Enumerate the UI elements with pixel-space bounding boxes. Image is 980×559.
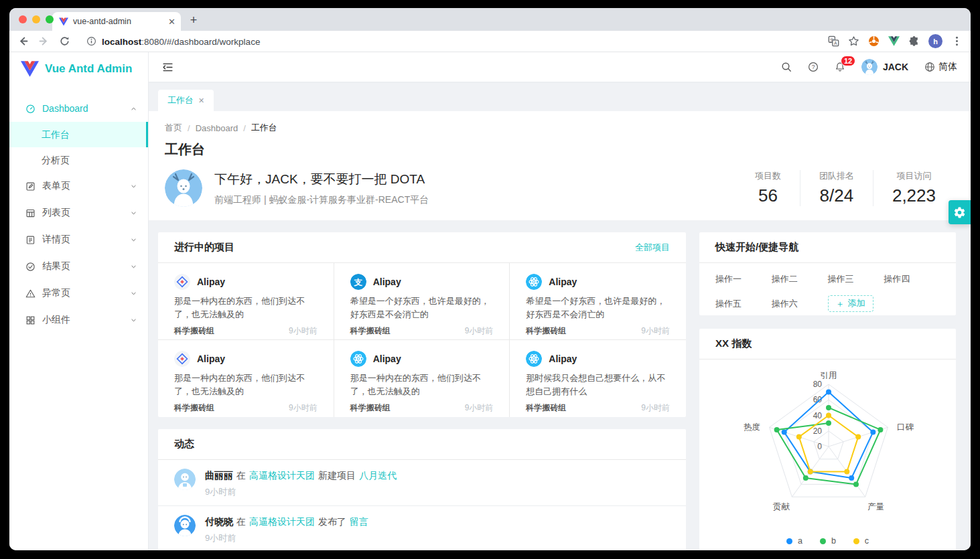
- activity-item-1: 付晓晓在高逼格设计天团发布了留言 9小时前: [158, 506, 686, 550]
- bookmark-star-icon[interactable]: [848, 35, 859, 47]
- quick-op-3[interactable]: 操作三: [828, 273, 884, 285]
- site-info-icon[interactable]: [86, 36, 96, 46]
- sidebar-item-detail[interactable]: 详情页: [9, 226, 148, 253]
- project-title[interactable]: Alipay: [197, 276, 225, 287]
- reload-button[interactable]: [59, 35, 70, 47]
- svg-text:0: 0: [817, 442, 822, 451]
- sidebar-item-form[interactable]: 表单页: [9, 173, 148, 199]
- quick-op-6[interactable]: 操作六: [772, 298, 828, 310]
- forward-button[interactable]: [38, 35, 50, 47]
- user-menu[interactable]: JACK: [861, 59, 908, 75]
- project-card-1[interactable]: 支 Alipay 希望是一个好东西，也许是最好的，好东西是不会消亡的 科学搬砖组…: [334, 263, 510, 340]
- project-card-2[interactable]: Alipay 希望是一个好东西，也许是最好的，好东西是不会消亡的 科学搬砖组 9…: [510, 263, 686, 340]
- activity-target-link[interactable]: 留言: [350, 516, 368, 527]
- sidebar-item-list[interactable]: 列表页: [9, 199, 148, 226]
- legend-item-b[interactable]: b: [820, 536, 836, 546]
- project-card-0[interactable]: Alipay 那是一种内在的东西，他们到达不了，也无法触及的 科学搬砖组 9小时…: [158, 263, 334, 340]
- minimize-window-button[interactable]: [32, 15, 40, 23]
- dashboard-icon: [25, 104, 36, 114]
- stat-value: 8/24: [819, 185, 854, 206]
- activity-user[interactable]: 曲丽丽: [205, 470, 233, 481]
- extension-orange-icon[interactable]: [868, 35, 880, 47]
- sidebar-item-exception[interactable]: 异常页: [9, 280, 148, 307]
- activity-action: 新建项目: [318, 470, 356, 481]
- sidebar-item-label: 详情页: [42, 234, 70, 246]
- browser-menu-icon[interactable]: [951, 35, 963, 47]
- help-icon[interactable]: ?: [808, 62, 819, 72]
- sidebar-item-result[interactable]: 结果页: [9, 253, 148, 280]
- legend-label: c: [865, 536, 869, 546]
- sidebar-subitem-label: 工作台: [42, 129, 70, 140]
- project-card-3[interactable]: Alipay 那是一种内在的东西，他们到达不了，也无法触及的 科学搬砖组 9小时…: [158, 340, 334, 417]
- page-title: 工作台: [165, 141, 955, 159]
- notification-bell[interactable]: 12: [835, 62, 845, 72]
- add-operation-button[interactable]: ＋添加: [828, 295, 873, 312]
- chevron-up-icon: [130, 105, 137, 112]
- project-group-link[interactable]: 科学搬砖组: [526, 325, 566, 337]
- search-icon[interactable]: [781, 62, 792, 72]
- collapse-sidebar-icon[interactable]: [162, 62, 173, 73]
- url-text: localhost:8080/#/dashboard/workplace: [102, 35, 260, 48]
- project-time: 9小时前: [465, 402, 494, 414]
- url-bar[interactable]: localhost:8080/#/dashboard/workplace: [80, 33, 819, 50]
- settings-gear-button[interactable]: [949, 200, 971, 224]
- sidebar-subitem-analysis[interactable]: 分析页: [9, 147, 148, 173]
- activity-action: 发布了: [318, 516, 346, 527]
- result-icon: [25, 262, 36, 272]
- sidebar-item-label: 小组件: [42, 314, 70, 326]
- sidebar-item-dashboard[interactable]: Dashboard: [9, 95, 148, 122]
- app-logo[interactable]: Vue Antd Admin: [9, 54, 148, 84]
- browser-window: vue-antd-admin ✕ + localhost:8080/#/dash…: [9, 8, 971, 550]
- browser-profile-avatar[interactable]: h: [928, 34, 942, 48]
- sidebar-subitem-workplace[interactable]: 工作台: [9, 122, 148, 147]
- plus-icon: ＋: [836, 299, 845, 308]
- project-title[interactable]: Alipay: [373, 353, 401, 364]
- activity-team-link[interactable]: 高逼格设计天团: [249, 516, 315, 527]
- project-title[interactable]: Alipay: [549, 276, 577, 287]
- project-time: 9小时前: [641, 402, 670, 414]
- quick-op-2[interactable]: 操作二: [772, 273, 828, 285]
- extensions-puzzle-icon[interactable]: [908, 35, 920, 47]
- project-card-4[interactable]: Alipay 那是一种内在的东西，他们到达不了，也无法触及的 科学搬砖组 9小时…: [334, 340, 510, 417]
- project-group-link[interactable]: 科学搬砖组: [350, 325, 391, 337]
- page-tab-close-icon[interactable]: ✕: [198, 96, 204, 105]
- project-description: 那是一种内在的东西，他们到达不了，也无法触及的: [174, 372, 318, 398]
- breadcrumb: 首页 / Dashboard / 工作台: [165, 122, 955, 134]
- all-projects-link[interactable]: 全部项目: [635, 242, 670, 254]
- browser-tab[interactable]: vue-antd-admin ✕: [52, 12, 181, 31]
- avatar-girl: [174, 469, 196, 490]
- close-window-button[interactable]: [19, 15, 27, 23]
- page-tab-workplace[interactable]: 工作台 ✕: [158, 90, 214, 111]
- activity-team-link[interactable]: 高逼格设计天团: [249, 470, 315, 481]
- translate-icon[interactable]: 文A: [828, 35, 839, 47]
- breadcrumb-home[interactable]: 首页: [165, 122, 182, 134]
- sidebar-item-widget[interactable]: 小组件: [9, 307, 148, 333]
- project-title[interactable]: Alipay: [197, 353, 225, 364]
- quick-op-5[interactable]: 操作五: [715, 298, 772, 310]
- zoom-window-button[interactable]: [46, 15, 54, 23]
- react-icon: [526, 274, 542, 290]
- page-header: 首页 / Dashboard / 工作台 工作台 下午好，JACK，要不要打一把…: [149, 111, 971, 220]
- page-content: 进行中的项目 全部项目 Alipay 那是一种内在的东西，他们到达不了，也无法触…: [149, 220, 971, 550]
- project-title[interactable]: Alipay: [373, 276, 401, 287]
- tab-close-icon[interactable]: ✕: [168, 17, 176, 26]
- legend-item-c[interactable]: c: [853, 536, 869, 546]
- quick-op-1[interactable]: 操作一: [715, 273, 772, 285]
- project-group-link[interactable]: 科学搬砖组: [350, 402, 391, 414]
- breadcrumb-dashboard[interactable]: Dashboard: [196, 123, 238, 133]
- project-title[interactable]: Alipay: [549, 353, 577, 364]
- back-button[interactable]: [17, 35, 29, 47]
- project-group-link[interactable]: 科学搬砖组: [526, 402, 566, 414]
- legend-item-a[interactable]: a: [786, 536, 802, 546]
- vue-devtools-icon[interactable]: [888, 35, 900, 47]
- project-group-link[interactable]: 科学搬砖组: [174, 402, 214, 414]
- activity-target-link[interactable]: 八月迭代: [359, 470, 397, 481]
- project-group-link[interactable]: 科学搬砖组: [174, 325, 214, 337]
- language-switcher[interactable]: 简体: [924, 61, 957, 73]
- activity-user[interactable]: 付晓晓: [205, 516, 233, 527]
- quick-op-4[interactable]: 操作四: [884, 273, 940, 285]
- chevron-down-icon: [130, 236, 137, 244]
- new-tab-button[interactable]: +: [185, 11, 202, 29]
- project-card-5[interactable]: Alipay 那时候我只会想自己想要什么，从不想自己拥有什么 科学搬砖组 9小时…: [510, 340, 686, 417]
- username: JACK: [883, 62, 908, 72]
